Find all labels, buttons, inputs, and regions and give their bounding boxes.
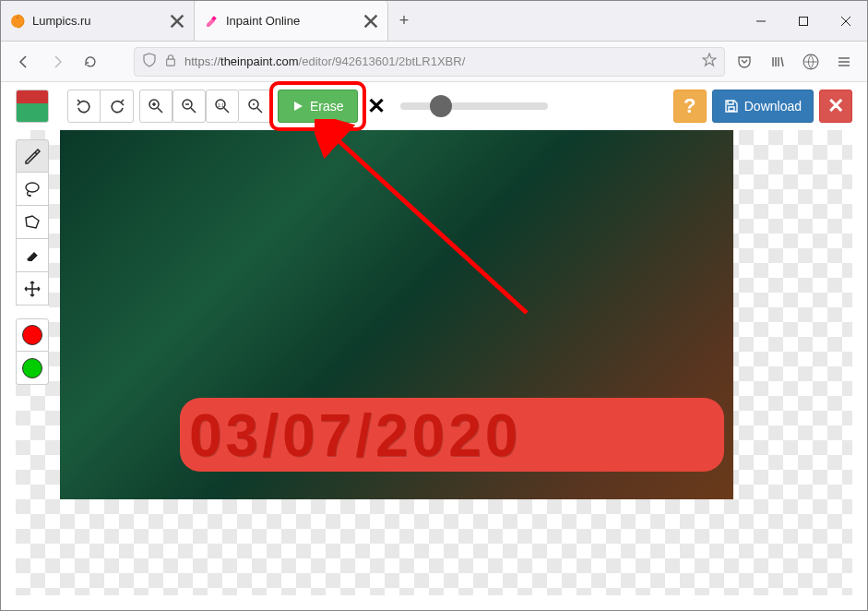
svg-rect-4: [167, 59, 175, 66]
svg-point-11: [253, 103, 255, 105]
save-icon: [724, 99, 739, 114]
svg-point-1: [17, 17, 18, 18]
zoom-actual-button[interactable]: 1:1: [206, 90, 239, 123]
svg-text:1:1: 1:1: [218, 102, 224, 108]
browser-window: Lumpics.ru Inpaint Online +: [0, 0, 868, 611]
cancel-button[interactable]: ✕: [819, 90, 852, 123]
move-tool[interactable]: [16, 272, 49, 306]
url-bar-row: https://theinpaint.com/editor/942613601/…: [1, 42, 867, 82]
page-content: 03/07/2020 1:1 Erase: [1, 82, 867, 610]
mask-color-keep[interactable]: [16, 352, 49, 385]
shield-icon[interactable]: [142, 53, 157, 70]
tab-close-icon[interactable]: [170, 14, 184, 29]
undo-button[interactable]: [67, 90, 101, 123]
zoom-fit-button[interactable]: [239, 90, 272, 123]
tab-title: Lumpics.ru: [32, 14, 162, 28]
minimize-button[interactable]: [740, 1, 782, 41]
lock-icon[interactable]: [164, 54, 177, 69]
bookmark-star-icon[interactable]: [702, 53, 717, 70]
tab-inpaint[interactable]: Inpaint Online: [195, 1, 388, 41]
erase-button-label: Erase: [310, 99, 344, 114]
tab-title: Inpaint Online: [226, 14, 356, 28]
svg-rect-3: [800, 17, 808, 25]
titlebar: Lumpics.ru Inpaint Online +: [1, 1, 867, 42]
account-icon[interactable]: [797, 48, 825, 76]
slider-thumb[interactable]: [430, 95, 452, 117]
svg-point-12: [26, 183, 39, 192]
back-button[interactable]: [10, 48, 38, 76]
menu-icon[interactable]: [830, 48, 858, 76]
reload-button[interactable]: [77, 48, 104, 76]
redo-button[interactable]: [101, 90, 134, 123]
brush-size-slider[interactable]: [400, 102, 548, 110]
download-button-label: Download: [744, 99, 802, 114]
svg-point-13: [29, 194, 30, 196]
app-toolbar: 1:1 Erase ✕ ? Download ✕: [16, 88, 852, 125]
erase-button[interactable]: Erase: [278, 90, 358, 123]
tab-close-icon[interactable]: [363, 14, 378, 29]
app-logo[interactable]: [16, 90, 49, 123]
maximize-button[interactable]: [782, 1, 825, 41]
url-input[interactable]: https://theinpaint.com/editor/942613601/…: [134, 47, 725, 77]
play-icon: [291, 100, 304, 113]
library-icon[interactable]: [764, 48, 791, 76]
zoom-in-button[interactable]: [139, 90, 172, 123]
help-button[interactable]: ?: [673, 90, 707, 123]
zoom-out-button[interactable]: [172, 90, 206, 123]
window-controls: [740, 1, 867, 41]
mask-color-remove[interactable]: [16, 318, 49, 352]
lasso-tool[interactable]: [16, 173, 49, 206]
pocket-icon[interactable]: [731, 48, 758, 76]
new-tab-button[interactable]: +: [388, 1, 420, 41]
eraser-tool[interactable]: [16, 239, 49, 272]
tab-lumpics[interactable]: Lumpics.ru: [1, 1, 195, 41]
favicon-lumpics: [10, 14, 25, 29]
editing-image[interactable]: 03/07/2020: [60, 130, 733, 499]
clear-mask-button[interactable]: ✕: [363, 93, 389, 119]
forward-button[interactable]: [43, 48, 71, 76]
favicon-inpaint: [204, 14, 219, 29]
marker-tool[interactable]: [16, 139, 49, 173]
download-button[interactable]: Download: [712, 90, 814, 123]
side-toolbar: [16, 139, 49, 385]
date-stamp-text: 03/07/2020: [189, 401, 724, 470]
close-window-button[interactable]: [825, 1, 867, 41]
canvas-area[interactable]: 03/07/2020: [16, 130, 852, 595]
url-text: https://theinpaint.com/editor/942613601/…: [184, 54, 695, 68]
polygon-tool[interactable]: [16, 206, 49, 239]
